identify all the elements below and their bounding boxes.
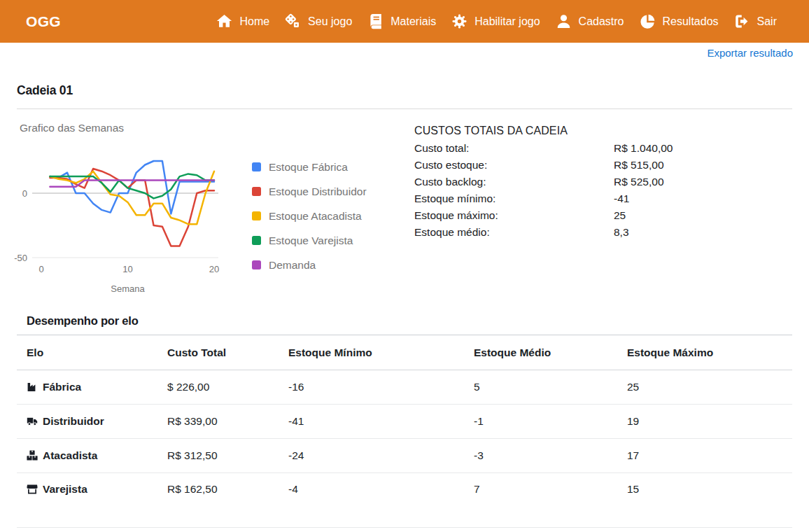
legend-swatch (252, 187, 261, 196)
table-header-row: Elo Custo Total Estoque Mínimo Estoque M… (17, 335, 792, 370)
costs-rows: Custo total:R$ 1.040,00Custo estoque:R$ … (414, 140, 792, 241)
legend-label: Estoque Fábrica (269, 161, 348, 174)
costs-panel-title: CUSTOS TOTAIS DA CADEIA (414, 123, 792, 138)
elo-name: Fábrica (43, 381, 81, 393)
user-icon (555, 13, 572, 30)
elo-name: Varejista (43, 483, 87, 496)
book-icon (367, 13, 384, 30)
cell-custo-total: $ 226,00 (167, 381, 288, 393)
cost-value: R$ 1.040,00 (614, 142, 673, 155)
cell-estoque-minimo: -16 (288, 381, 474, 393)
nav-item-seu-jogo[interactable]: Seu jogo (284, 13, 352, 30)
nav-label: Habilitar jogo (474, 15, 540, 28)
cost-label: Custo backlog: (414, 176, 614, 188)
svg-text:Semana: Semana (111, 284, 145, 294)
cost-label: Custo estoque: (414, 159, 614, 172)
cost-value: R$ 525,00 (614, 176, 664, 188)
cost-label: Estoque mínimo: (414, 192, 614, 205)
column-header-estoque-maximo: Estoque Máximo (627, 346, 792, 359)
nav-item-sair[interactable]: Sair (733, 13, 777, 30)
table-title: Desempenho por elo (27, 314, 792, 328)
column-header-estoque-medio: Estoque Médio (474, 346, 627, 359)
boxes-icon (27, 450, 38, 461)
cell-estoque-maximo: 15 (627, 483, 792, 496)
elo-cell: Varejista (27, 483, 167, 496)
legend-item: Estoque Fábrica (252, 155, 367, 179)
cell-estoque-maximo: 25 (627, 381, 792, 393)
nav-item-home[interactable]: Home (216, 13, 269, 30)
table-row: DistribuidorR$ 339,00-41-119 (17, 405, 792, 439)
table-row: Fábrica$ 226,00-16525 (17, 370, 792, 405)
store-icon (27, 484, 38, 495)
main-nav: Home Seu jogo (216, 13, 777, 30)
cell-custo-total: R$ 162,50 (167, 483, 288, 496)
cell-estoque-maximo: 19 (627, 415, 792, 428)
cost-value: 8,3 (614, 226, 629, 239)
nav-item-habilitar-jogo[interactable]: Habilitar jogo (451, 13, 540, 30)
chart-title: Grafico das Semanas (20, 122, 124, 134)
nav-item-cadastro[interactable]: Cadastro (555, 13, 624, 30)
elo-cell: Distribuidor (27, 415, 167, 428)
cost-value: R$ 515,00 (614, 159, 664, 172)
cost-label: Estoque médio: (414, 226, 614, 239)
cell-estoque-minimo: -24 (288, 449, 474, 462)
weeks-line-chart: 0-5001020Semana (10, 144, 248, 298)
cost-row: Custo backlog:R$ 525,00 (414, 174, 792, 190)
factory-icon (27, 382, 38, 393)
cell-estoque-minimo: -4 (288, 483, 474, 496)
svg-text:0: 0 (22, 188, 27, 199)
legend-item: Estoque Distribuidor (252, 179, 367, 204)
cost-label: Estoque máximo: (414, 209, 614, 222)
chart-legend: Estoque FábricaEstoque DistribuidorEstoq… (252, 155, 367, 277)
section-divider (17, 108, 792, 109)
svg-text:0: 0 (38, 264, 43, 274)
cell-estoque-medio: -1 (474, 415, 627, 428)
svg-text:20: 20 (209, 264, 219, 274)
cost-label: Custo total: (414, 142, 614, 155)
legend-item: Estoque Varejista (252, 228, 367, 253)
performance-table-section: Desempenho por elo Elo Custo Total Estoq… (17, 314, 792, 528)
gear-icon (451, 13, 468, 30)
legend-label: Demanda (269, 259, 316, 272)
cell-custo-total: R$ 339,00 (167, 415, 288, 428)
cost-row: Estoque máximo:25 (414, 207, 792, 224)
nav-label: Seu jogo (308, 15, 352, 28)
nav-item-materiais[interactable]: Materiais (367, 13, 436, 30)
table-row: VarejistaR$ 162,50-4715 (17, 473, 792, 528)
nav-label: Materiais (391, 15, 436, 28)
cell-estoque-medio: -3 (474, 449, 627, 462)
cost-value: -41 (614, 192, 629, 205)
cell-estoque-minimo: -41 (288, 415, 474, 428)
table-body: Fábrica$ 226,00-16525DistribuidorR$ 339,… (17, 370, 792, 528)
legend-swatch (252, 236, 261, 245)
cost-row: Estoque médio:8,3 (414, 224, 792, 241)
legend-swatch (252, 162, 261, 172)
cost-row: Custo total:R$ 1.040,00 (414, 140, 792, 157)
svg-text:-50: -50 (14, 253, 27, 263)
legend-swatch (252, 260, 261, 270)
table-row: AtacadistaR$ 312,50-24-317 (17, 439, 792, 473)
pie-chart-icon (639, 13, 656, 30)
cell-custo-total: R$ 312,50 (167, 449, 288, 462)
app-logo[interactable]: OGG (26, 13, 61, 30)
cost-row: Custo estoque:R$ 515,00 (414, 157, 792, 174)
nav-label: Sair (757, 15, 777, 28)
legend-item: Estoque Atacadista (252, 204, 367, 228)
top-navigation-bar: OGG Home Seu jogo (0, 0, 809, 43)
legend-label: Estoque Distribuidor (269, 186, 367, 198)
nav-item-resultados[interactable]: Resultados (639, 13, 719, 30)
dice-icon (284, 13, 302, 30)
cell-estoque-medio: 5 (474, 381, 627, 393)
nav-label: Cadastro (579, 15, 624, 28)
cost-value: 25 (614, 209, 626, 222)
export-result-link[interactable]: Exportar resultado (707, 47, 793, 59)
nav-label: Resultados (663, 15, 719, 28)
svg-text:10: 10 (122, 264, 132, 274)
legend-swatch (252, 211, 261, 220)
truck-icon (27, 416, 38, 427)
page-title: Cadeia 01 (17, 83, 73, 98)
legend-label: Estoque Atacadista (269, 210, 362, 223)
column-header-elo: Elo (27, 346, 167, 359)
legend-item: Demanda (252, 253, 367, 277)
elo-cell: Atacadista (27, 449, 167, 462)
